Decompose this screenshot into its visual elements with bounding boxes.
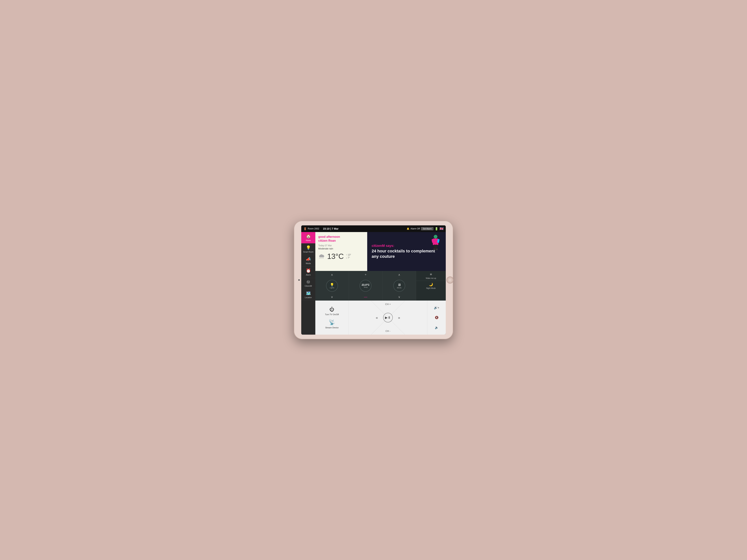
sidebar-label-media: Media <box>306 262 311 264</box>
temp-value: 23.0°C <box>362 283 369 286</box>
sidebar-item-citizenm[interactable]: Ⓜ CitizenM <box>301 278 315 289</box>
sidebar-label-alarm: Alarm <box>306 274 311 276</box>
stream-device-button[interactable]: 📡 Stream Device <box>325 319 338 329</box>
weather-card: good afternooncitizen Roan Today 07 Mar … <box>315 232 367 271</box>
temp-range: ↑ 13° ↓ 7° <box>346 254 351 259</box>
side-controls: ☀ Wake me up 🌙 Night Mode <box>416 271 446 300</box>
tv-volume-column: 🔊+ 🔇 🔉 <box>427 300 446 335</box>
room-info: 🚪 Room 2002 <box>304 227 319 230</box>
blinds-button[interactable]: 🖥 Blinds <box>393 280 405 292</box>
temp-up-button[interactable]: + <box>349 271 382 278</box>
banner-figure <box>429 234 442 253</box>
content-area: good afternooncitizen Roan Today 07 Mar … <box>315 232 446 335</box>
status-bar: 🚪 Room 2002 15:10 | 7 Mar 🔔 Alarm Off Se… <box>301 225 446 232</box>
door-icon: 🚪 <box>304 227 307 230</box>
svg-point-6 <box>433 248 435 250</box>
volume-mute-button[interactable]: 🔇 <box>433 315 440 321</box>
weather-date: Today 07 Mar <box>318 244 364 247</box>
location-icon: 🗺️ <box>306 291 311 296</box>
volume-up-button[interactable]: 🔊+ <box>433 305 440 311</box>
flag-icon: 🇬🇧 <box>439 227 443 231</box>
blinds-control: ∧ 🖥 Blinds ∨ <box>383 271 416 300</box>
sidebar-item-home[interactable]: 🏠 Home <box>301 232 315 243</box>
set-alarm-button[interactable]: Set Alarm <box>421 227 434 230</box>
sidebar: 🏠 Home 💡 Smart Room 📣 Media ⏰ Alarm Ⓜ <box>301 232 315 335</box>
smart-room-icon: 💡 <box>306 245 311 250</box>
home-button[interactable] <box>446 276 454 284</box>
minus-icon: — <box>364 295 367 299</box>
temp-button[interactable]: 23.0°C Temp <box>360 280 371 292</box>
camera-dot <box>298 279 300 281</box>
ch-minus-label: CH - <box>386 330 390 332</box>
tv-power-button[interactable]: ⏻ Turn TV On/Off <box>325 306 339 316</box>
sidebar-item-location[interactable]: 🗺️ Location <box>301 289 315 300</box>
tv-power-column: ⏻ Turn TV On/Off 📡 Stream Device <box>315 300 349 335</box>
home-icon: 🏠 <box>306 234 311 239</box>
citizenm-icon: Ⓜ <box>307 280 310 284</box>
fast-forward-button[interactable]: » <box>396 314 403 321</box>
blinds-center: 🖥 Blinds <box>383 278 416 293</box>
nav-controls: « ▶⏸ » <box>374 313 403 322</box>
room-label: Room 2002 <box>308 228 319 230</box>
sidebar-item-media[interactable]: 📣 Media <box>301 255 315 266</box>
blinds-icon: 🖥 <box>397 283 401 287</box>
weather-temp-row: 🌧 13°C ↑ 13° ↓ 7° <box>318 252 364 261</box>
blinds-down-button[interactable]: ∨ <box>383 293 416 300</box>
alarm-status: Alarm Off <box>411 228 420 230</box>
controls-section: ∧ 💡 Lights ∨ + <box>315 271 446 300</box>
screen: 🚪 Room 2002 15:10 | 7 Mar 🔔 Alarm Off Se… <box>301 225 446 335</box>
svg-point-7 <box>436 248 438 250</box>
tv-power-label: Turn TV On/Off <box>325 313 339 316</box>
ipad-frame: 🚪 Room 2002 15:10 | 7 Mar 🔔 Alarm Off Se… <box>294 221 453 339</box>
blinds-up-button[interactable]: ∧ <box>383 271 416 278</box>
lights-down-button[interactable]: ∨ <box>315 293 349 300</box>
weather-greeting: good afternooncitizen Roan <box>318 235 364 243</box>
sidebar-label-home: Home <box>306 239 311 241</box>
night-mode-button[interactable]: 🌙 Night Mode <box>416 281 446 291</box>
battery-icon: 🔋 <box>435 227 438 231</box>
svg-point-0 <box>434 235 437 239</box>
sidebar-item-alarm[interactable]: ⏰ Alarm <box>301 266 315 278</box>
lights-up-button[interactable]: ∧ <box>315 271 349 278</box>
moon-icon: 🌙 <box>429 283 433 287</box>
power-icon: ⏻ <box>329 306 334 312</box>
sidebar-label-location: Location <box>305 296 312 298</box>
temp-high: ↑ 13° <box>346 254 351 256</box>
lights-control: ∧ 💡 Lights ∨ <box>315 271 349 300</box>
wake-me-up-button[interactable]: ☀ Wake me up <box>416 271 446 281</box>
alarm-section: 🔔 Alarm Off Set Alarm 🔋 🇬🇧 <box>407 227 443 231</box>
tv-channel-column: CH + « ▶⏸ » CH - <box>349 300 427 335</box>
tv-section: ⏻ Turn TV On/Off 📡 Stream Device CH + <box>315 300 446 335</box>
sidebar-item-smart-room[interactable]: 💡 Smart Room <box>301 243 315 255</box>
alarm-icon-sidebar: ⏰ <box>306 268 311 273</box>
temperature-display: 13°C <box>327 252 344 261</box>
weather-description: Moderate rain <box>318 247 364 250</box>
night-mode-label: Night Mode <box>426 287 436 289</box>
banner: citizenM says: 24 hour cocktails to comp… <box>367 232 446 271</box>
sidebar-label-smart-room: Smart Room <box>303 251 313 253</box>
top-section: good afternooncitizen Roan Today 07 Mar … <box>315 232 446 271</box>
lights-label: Lights <box>330 287 334 289</box>
ch-plus-label: CH + <box>385 303 391 305</box>
temp-center: 23.0°C Temp <box>349 278 382 293</box>
stream-label: Stream Device <box>325 326 338 329</box>
rewind-button[interactable]: « <box>374 314 380 321</box>
play-pause-button[interactable]: ▶⏸ <box>383 313 393 322</box>
temp-label: Temp <box>363 286 367 288</box>
wake-label: Wake me up <box>426 277 436 279</box>
main-content: 🏠 Home 💡 Smart Room 📣 Media ⏰ Alarm Ⓜ <box>301 232 446 335</box>
volume-down-button[interactable]: 🔉 <box>433 324 440 330</box>
lights-button[interactable]: 💡 Lights <box>326 280 338 292</box>
blinds-label: Blinds <box>397 287 402 289</box>
lights-center: 💡 Lights <box>315 278 349 293</box>
stream-icon: 📡 <box>329 319 335 325</box>
lights-icon: 💡 <box>330 283 334 287</box>
media-icon: 📣 <box>306 257 311 262</box>
side-controls-list: ☀ Wake me up 🌙 Night Mode <box>416 271 446 291</box>
sunrise-icon: ☀ <box>430 272 432 276</box>
temp-control: + 23.0°C Temp — <box>349 271 382 300</box>
temp-down-button[interactable]: — <box>349 293 382 300</box>
cloud-rain-icon: 🌧 <box>318 252 325 260</box>
temp-low: ↓ 7° <box>346 257 351 259</box>
sidebar-label-citizenm: CitizenM <box>305 285 312 287</box>
